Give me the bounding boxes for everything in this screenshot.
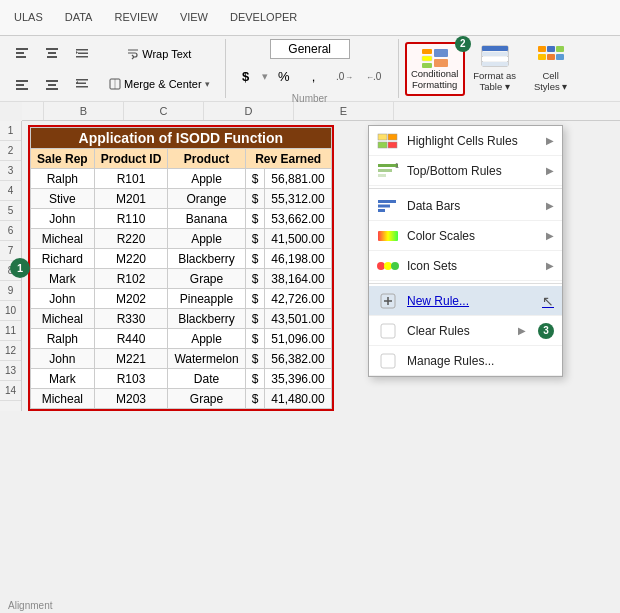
iconsets-arrow: ▶ [546,260,554,271]
decrease-decimal-button[interactable]: ←.0 [360,62,388,90]
header-rev-earned: Rev Earned [245,149,331,169]
align-bottom-left-button[interactable] [8,70,36,98]
tab-view[interactable]: VIEW [174,9,214,25]
svg-rect-60 [381,324,395,338]
indent-button[interactable] [68,40,96,68]
svg-text:.0: .0 [373,71,382,82]
menu-divider-2 [369,283,562,284]
svg-marker-9 [76,51,78,54]
svg-rect-5 [47,56,57,58]
table-row: Mark R103 Date $ 35,396.00 [31,369,332,389]
svg-rect-42 [378,134,387,140]
number-format-select[interactable]: General [270,39,350,59]
colorscales-icon [377,227,399,245]
tab-developer[interactable]: DEVELOPER [224,9,303,25]
menu-item-highlight-cells[interactable]: Highlight Cells Rules ▶ [369,126,562,156]
svg-rect-18 [76,86,88,88]
merge-center-button[interactable]: Merge & Center ▾ [104,70,215,98]
styles-group: 2 ConditionalFormatting Format asTable ▾ [405,42,577,96]
table-row: John M202 Pineapple $ 42,726.00 [31,289,332,309]
cell-styles-label: CellStyles ▾ [534,70,568,92]
menu-item-colorscales[interactable]: Color Scales ▶ [369,221,562,251]
svg-rect-16 [76,79,88,81]
tab-ulas[interactable]: ULAS [8,9,49,25]
svg-rect-39 [538,54,546,60]
table-header-row: Sale Rep Product ID Product Rev Earned [31,149,332,169]
align-bottom-center-button[interactable] [38,70,66,98]
colorscales-label: Color Scales [407,229,538,243]
svg-point-55 [384,262,392,270]
svg-rect-33 [482,52,508,56]
svg-text:.0: .0 [336,71,345,82]
highlight-cells-icon [377,132,399,150]
menu-item-topbottom[interactable]: 10 Top/Bottom Rules ▶ [369,156,562,186]
svg-rect-45 [388,142,397,148]
cf-label: ConditionalFormatting [411,69,459,90]
svg-rect-34 [482,57,508,61]
tab-data[interactable]: DATA [59,9,99,25]
table-row: Mark R102 Grape $ 38,164.00 [31,269,332,289]
badge-3: 3 [538,323,554,339]
spreadsheet-wrapper: B C D E 1 2 3 4 5 6 7 8 9 10 11 12 13 14 [0,102,620,613]
menu-divider-1 [369,188,562,189]
cell-styles-button[interactable]: CellStyles ▾ [525,42,577,96]
data-table: Application of ISODD Function Sale Rep P… [30,127,332,409]
svg-rect-10 [16,80,28,82]
svg-rect-15 [46,88,58,90]
align-top-left-button[interactable] [8,40,36,68]
svg-rect-44 [378,142,387,148]
align-buttons [8,40,96,98]
badge-1: 1 [10,258,30,278]
highlight-cells-label: Highlight Cells Rules [407,134,538,148]
spreadsheet-title: Application of ISODD Function [31,128,332,149]
svg-rect-38 [556,46,564,52]
svg-rect-27 [422,56,432,61]
tab-review[interactable]: REVIEW [108,9,163,25]
topbottom-icon: 10 [377,162,399,180]
format-as-table-button[interactable]: Format asTable ▾ [469,42,521,96]
svg-rect-8 [76,56,88,58]
svg-rect-51 [378,204,390,207]
outdent-button[interactable] [68,70,96,98]
svg-rect-14 [48,84,56,86]
svg-rect-40 [547,54,555,60]
align-top-center-button[interactable] [38,40,66,68]
svg-rect-12 [16,88,28,90]
menu-item-databars[interactable]: Data Bars ▶ [369,191,562,221]
manage-rules-label: Manage Rules... [407,354,554,368]
data-table-border: Application of ISODD Function Sale Rep P… [28,125,334,411]
menu-item-new-rule[interactable]: New Rule... ↖ [369,286,562,316]
col-header-c: C [124,102,204,120]
svg-rect-32 [482,46,508,51]
conditional-formatting-button[interactable]: 2 ConditionalFormatting [405,42,465,96]
svg-rect-6 [76,49,88,51]
currency-button[interactable]: $ [232,62,260,90]
alignment-group: Wrap Text Merge & Center ▾ Alignment [8,39,226,98]
svg-rect-0 [16,48,28,50]
title-row: Application of ISODD Function [31,128,332,149]
svg-rect-11 [16,84,24,86]
svg-rect-13 [46,80,58,82]
svg-rect-37 [547,46,555,52]
iconsets-icon [377,257,399,275]
svg-rect-61 [381,354,395,368]
table-row: John M221 Watermelon $ 56,382.00 [31,349,332,369]
svg-rect-41 [556,54,564,60]
ribbon-tabs: ULAS DATA REVIEW VIEW DEVELOPER [0,0,620,36]
colorscales-arrow: ▶ [546,230,554,241]
column-headers: B C D E [22,102,620,121]
percent-button[interactable]: % [270,62,298,90]
conditional-formatting-icon [420,47,450,69]
menu-item-manage-rules[interactable]: Manage Rules... [369,346,562,376]
increase-decimal-button[interactable]: .0→ [330,62,358,90]
svg-point-54 [377,262,385,270]
manage-rules-icon [377,352,399,370]
header-sale-rep: Sale Rep [31,149,95,169]
menu-item-clear-rules[interactable]: Clear Rules ▶ 3 [369,316,562,346]
cell-styles-icon [537,45,565,67]
menu-item-iconsets[interactable]: Icon Sets ▶ [369,251,562,281]
svg-rect-50 [378,200,396,203]
comma-button[interactable]: , [300,62,328,90]
wrap-text-button[interactable]: Wrap Text [104,40,215,68]
format-table-icon [481,45,509,67]
